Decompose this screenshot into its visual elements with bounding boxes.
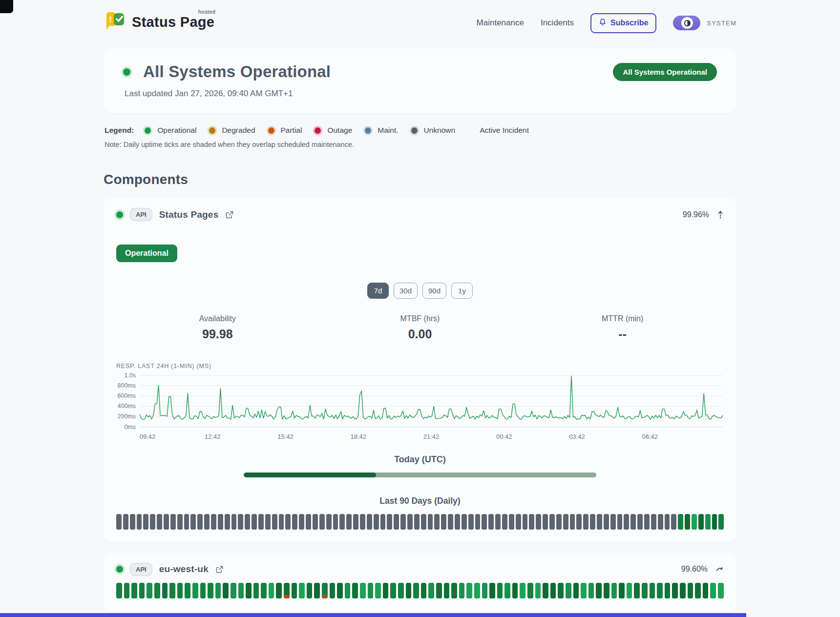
daily-tick[interactable] xyxy=(292,514,297,530)
external-link-icon[interactable] xyxy=(225,210,234,219)
uptime-tick[interactable] xyxy=(238,583,244,598)
daily-tick[interactable] xyxy=(428,514,433,530)
daily-tick[interactable] xyxy=(353,514,358,530)
daily-tick[interactable] xyxy=(556,514,562,530)
uptime-tick[interactable] xyxy=(657,583,663,598)
uptime-tick[interactable] xyxy=(688,583,693,598)
daily-tick[interactable] xyxy=(258,514,264,530)
daily-tick[interactable] xyxy=(509,514,514,530)
daily-tick[interactable] xyxy=(644,514,650,530)
daily-tick[interactable] xyxy=(157,514,162,530)
uptime-tick[interactable] xyxy=(124,583,130,598)
uptime-tick[interactable] xyxy=(642,583,648,598)
range-button-30d[interactable]: 30d xyxy=(394,283,418,299)
uptime-tick[interactable] xyxy=(413,583,419,598)
uptime-tick[interactable] xyxy=(177,583,183,598)
daily-tick[interactable] xyxy=(563,514,568,530)
uptime-tick[interactable] xyxy=(581,583,587,598)
daily-tick[interactable] xyxy=(407,514,413,530)
brand-logo[interactable]: ! Status Page hosted xyxy=(104,10,214,36)
daily-tick[interactable] xyxy=(190,514,196,530)
uptime-tick[interactable] xyxy=(588,583,594,598)
uptime-tick[interactable] xyxy=(139,583,145,598)
daily-tick[interactable] xyxy=(231,514,237,530)
uptime-tick[interactable] xyxy=(573,583,579,598)
daily-tick[interactable] xyxy=(387,514,392,530)
subscribe-button[interactable]: Subscribe xyxy=(590,13,656,33)
uptime-tick[interactable] xyxy=(619,583,625,598)
daily-tick[interactable] xyxy=(164,514,169,530)
theme-toggle[interactable] xyxy=(673,16,700,30)
daily-tick[interactable] xyxy=(380,514,386,530)
uptime-tick[interactable] xyxy=(192,583,198,598)
dotted-up-arrow-icon[interactable] xyxy=(717,210,724,220)
component-name-link[interactable]: eu-west-uk xyxy=(159,564,209,575)
uptime-tick[interactable] xyxy=(527,583,533,598)
uptime-tick[interactable] xyxy=(284,583,290,598)
daily-tick[interactable] xyxy=(658,514,663,530)
range-button-7d[interactable]: 7d xyxy=(367,283,389,299)
daily-tick[interactable] xyxy=(462,514,467,530)
daily-tick[interactable] xyxy=(610,514,616,530)
daily-tick[interactable] xyxy=(529,514,534,530)
daily-tick[interactable] xyxy=(468,514,474,530)
uptime-tick[interactable] xyxy=(672,583,678,598)
uptime-tick[interactable] xyxy=(345,583,351,598)
uptime-tick[interactable] xyxy=(566,583,571,598)
uptime-tick[interactable] xyxy=(512,583,518,598)
uptime-tick[interactable] xyxy=(543,583,548,598)
uptime-tick[interactable] xyxy=(116,583,122,598)
daily-tick[interactable] xyxy=(421,514,426,530)
daily-tick[interactable] xyxy=(671,514,676,530)
daily-tick[interactable] xyxy=(299,514,304,530)
uptime-tick[interactable] xyxy=(215,583,221,598)
range-button-90d[interactable]: 90d xyxy=(422,283,446,299)
daily-tick[interactable] xyxy=(211,514,216,530)
daily-tick[interactable] xyxy=(326,514,332,530)
uptime-tick[interactable] xyxy=(428,583,434,598)
uptime-tick[interactable] xyxy=(131,583,137,598)
component-name-link[interactable]: Status Pages xyxy=(159,209,219,220)
uptime-tick[interactable] xyxy=(276,583,282,598)
external-link-icon[interactable] xyxy=(215,565,224,574)
uptime-tick[interactable] xyxy=(147,583,152,598)
daily-tick[interactable] xyxy=(604,514,609,530)
daily-tick[interactable] xyxy=(536,514,541,530)
range-button-1y[interactable]: 1y xyxy=(451,283,473,299)
daily-tick[interactable] xyxy=(516,514,521,530)
daily-tick[interactable] xyxy=(502,514,507,530)
uptime-tick[interactable] xyxy=(307,583,313,598)
daily-tick[interactable] xyxy=(339,514,345,530)
uptime-tick[interactable] xyxy=(390,583,396,598)
uptime-tick[interactable] xyxy=(330,583,336,598)
uptime-tick[interactable] xyxy=(489,583,495,598)
daily-tick[interactable] xyxy=(495,514,501,530)
uptime-tick[interactable] xyxy=(398,583,404,598)
uptime-tick[interactable] xyxy=(185,583,190,598)
daily-tick[interactable] xyxy=(434,514,440,530)
daily-tick[interactable] xyxy=(313,514,318,530)
daily-tick[interactable] xyxy=(333,514,338,530)
uptime-tick[interactable] xyxy=(169,583,175,598)
nav-maintenance[interactable]: Maintenance xyxy=(477,18,524,28)
uptime-tick[interactable] xyxy=(375,583,381,598)
uptime-tick[interactable] xyxy=(558,583,564,598)
uptime-tick[interactable] xyxy=(474,583,480,598)
uptime-tick[interactable] xyxy=(337,583,343,598)
daily-tick[interactable] xyxy=(225,514,230,530)
daily-tick[interactable] xyxy=(184,514,189,530)
daily-tick[interactable] xyxy=(712,514,717,530)
daily-tick[interactable] xyxy=(583,514,588,530)
daily-tick[interactable] xyxy=(665,514,670,530)
uptime-tick[interactable] xyxy=(550,583,556,598)
uptime-tick[interactable] xyxy=(292,583,297,598)
daily-tick[interactable] xyxy=(285,514,291,530)
daily-tick[interactable] xyxy=(624,514,629,530)
uptime-tick[interactable] xyxy=(360,583,366,598)
daily-tick[interactable] xyxy=(543,514,548,530)
daily-tick[interactable] xyxy=(319,514,325,530)
daily-tick[interactable] xyxy=(448,514,453,530)
daily-tick[interactable] xyxy=(455,514,460,530)
daily-tick[interactable] xyxy=(576,514,582,530)
daily-tick[interactable] xyxy=(265,514,271,530)
